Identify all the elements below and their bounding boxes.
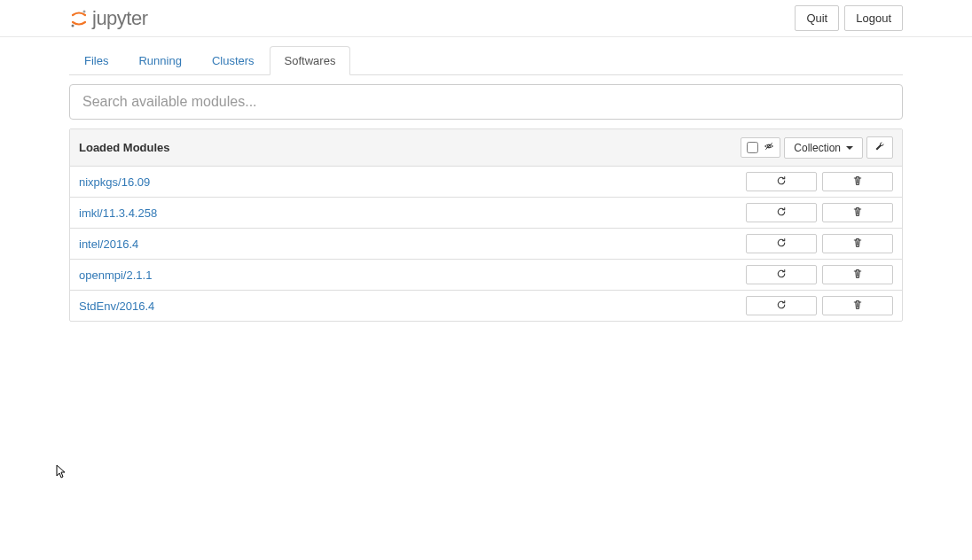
- trash-icon: [852, 237, 863, 251]
- refresh-icon: [776, 206, 787, 220]
- svg-line-3: [766, 143, 773, 150]
- reload-module-button[interactable]: [746, 265, 817, 284]
- tab-softwares[interactable]: Softwares: [270, 46, 351, 75]
- tab-running[interactable]: Running: [123, 46, 196, 75]
- unload-module-button[interactable]: [822, 265, 893, 284]
- trash-icon: [852, 268, 863, 282]
- refresh-icon: [776, 237, 787, 251]
- module-row: imkl/11.3.4.258: [70, 198, 902, 229]
- module-row: StdEnv/2016.4: [70, 291, 902, 321]
- module-row: openmpi/2.1.1: [70, 260, 902, 291]
- logo-text: jupyter: [92, 7, 148, 30]
- module-link[interactable]: StdEnv/2016.4: [79, 299, 154, 313]
- tab-files[interactable]: Files: [69, 46, 123, 75]
- tabs: FilesRunningClustersSoftwares: [69, 46, 903, 75]
- tab-clusters[interactable]: Clusters: [197, 46, 270, 75]
- svg-point-1: [72, 24, 74, 27]
- logout-button[interactable]: Logout: [844, 5, 903, 31]
- collection-label: Collection: [794, 142, 841, 154]
- svg-point-0: [83, 10, 86, 12]
- panel-title: Loaded Modules: [79, 141, 170, 154]
- unload-module-button[interactable]: [822, 234, 893, 253]
- reload-module-button[interactable]: [746, 172, 817, 191]
- wrench-icon: [874, 142, 885, 154]
- settings-button[interactable]: [866, 136, 893, 159]
- trash-icon: [852, 299, 863, 313]
- collection-dropdown[interactable]: Collection: [784, 137, 863, 159]
- module-row: nixpkgs/16.09: [70, 167, 902, 198]
- unload-module-button[interactable]: [822, 172, 893, 191]
- module-link[interactable]: openmpi/2.1.1: [79, 268, 152, 282]
- unload-module-button[interactable]: [822, 203, 893, 222]
- refresh-icon: [776, 299, 787, 313]
- refresh-icon: [776, 268, 787, 282]
- reload-module-button[interactable]: [746, 203, 817, 222]
- search-input[interactable]: [69, 84, 903, 120]
- module-row: intel/2016.4: [70, 229, 902, 260]
- module-link[interactable]: nixpkgs/16.09: [79, 175, 150, 189]
- refresh-icon: [776, 175, 787, 189]
- reload-module-button[interactable]: [746, 296, 817, 315]
- module-link[interactable]: imkl/11.3.4.258: [79, 206, 157, 220]
- quit-button[interactable]: Quit: [795, 5, 839, 31]
- trash-icon: [852, 175, 863, 189]
- jupyter-logo[interactable]: jupyter: [69, 7, 148, 30]
- reload-module-button[interactable]: [746, 234, 817, 253]
- eye-slash-icon: [764, 141, 774, 154]
- unload-module-button[interactable]: [822, 296, 893, 315]
- select-hidden-toggle[interactable]: [741, 137, 780, 158]
- trash-icon: [852, 206, 863, 220]
- module-link[interactable]: intel/2016.4: [79, 237, 138, 251]
- jupyter-logo-icon: [69, 9, 89, 28]
- select-all-checkbox[interactable]: [747, 142, 758, 153]
- chevron-down-icon: [846, 146, 853, 150]
